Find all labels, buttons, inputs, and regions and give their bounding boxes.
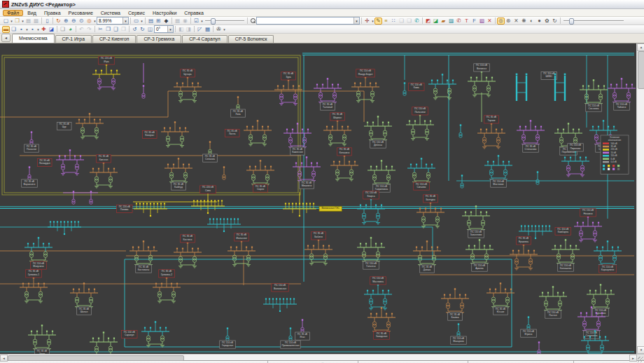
fill-orange-icon[interactable]: ▬ — [2, 26, 10, 33]
table-icon[interactable]: ▦ — [174, 18, 181, 25]
binoculars-icon-dropdown[interactable]: ▾ — [223, 27, 226, 32]
rotate-ccw-icon[interactable]: ↺ — [131, 26, 139, 33]
add-icon[interactable]: ✚ — [40, 26, 48, 33]
menu-item-3[interactable]: Рисование — [65, 10, 97, 16]
horizontal-scrollbar[interactable]: ◄ ► — [0, 354, 644, 360]
print-preview-icon[interactable]: ▯ — [43, 18, 51, 25]
tab-ср-3-гремиха[interactable]: СР-3 Гремиха — [136, 35, 181, 43]
snap-icon[interactable]: ∷ — [390, 18, 398, 25]
zoom-combo-value[interactable]: 8.99% — [97, 18, 122, 23]
menu-item-5[interactable]: Сервис — [125, 10, 148, 16]
zoom-in-icon[interactable]: ⊕ — [62, 18, 70, 25]
route-icon[interactable]: ▰ — [440, 18, 447, 25]
zoom-combo-dropdown[interactable]: ▾ — [122, 18, 128, 24]
mode-freeze-icon[interactable]: ❋ — [520, 18, 528, 25]
scheme-canvas[interactable]: ПС 220 кВИграПС 35 кВЧутырьПС 35 кВЛозаП… — [0, 43, 644, 354]
scale-slider[interactable] — [564, 18, 624, 24]
mnemoscheme-svg[interactable]: ПС 220 кВИграПС 35 кВЧутырьПС 35 кВЛозаП… — [0, 43, 637, 354]
paste-special-icon[interactable]: ❒ — [120, 26, 127, 33]
scroll-up-button[interactable]: ▲ — [637, 43, 644, 51]
save-icon[interactable]: ▦ — [24, 18, 32, 25]
search-input[interactable]: ▾ — [256, 17, 360, 25]
antenna-icon[interactable]: ✢ — [363, 18, 371, 25]
display-icon-dropdown[interactable]: ▾ — [140, 19, 144, 23]
menu-item-7[interactable]: Справка — [181, 10, 206, 16]
zone-icon[interactable]: ▨ — [447, 18, 455, 25]
menu-item-2[interactable]: Правка — [41, 10, 64, 16]
align-left-icon[interactable]: ◧ — [177, 26, 185, 33]
mode-alert-icon[interactable]: ● — [536, 18, 543, 25]
angle-combo-value[interactable]: 0° — [155, 27, 167, 32]
vertical-scrollbar[interactable]: ▲ ▼ — [636, 43, 644, 354]
zoom-actual-icon[interactable]: ⊙ — [78, 18, 85, 25]
text-f-icon[interactable]: F — [470, 18, 478, 25]
scale-slider-thumb[interactable] — [569, 18, 574, 25]
resize-grip[interactable] — [638, 357, 643, 362]
order-up-icon[interactable]: ◸ — [196, 26, 204, 33]
group-icon[interactable]: ❏ — [398, 18, 405, 25]
mode-spin-icon[interactable]: ⊛ — [505, 18, 512, 25]
undo-icon[interactable]: ↶ — [78, 26, 85, 33]
mirror-icon[interactable]: ◫ — [146, 26, 154, 33]
menu-file[interactable]: Файл — [3, 10, 23, 16]
hatch-icon[interactable]: ▧ — [478, 18, 486, 25]
check-icon[interactable]: ☑ — [192, 18, 200, 25]
pencil-icon[interactable]: ✎ — [374, 18, 382, 25]
palette-icon[interactable]: ◕ — [66, 26, 74, 33]
stack-icon[interactable]: ❏ — [10, 26, 18, 33]
horizontal-scroll-thumb[interactable] — [8, 355, 184, 361]
state-green-red-icon[interactable]: ◪ — [432, 18, 440, 25]
zoom-out-icon[interactable]: ⊖ — [70, 18, 78, 25]
scroll-down-button[interactable]: ▼ — [637, 346, 644, 354]
redo-icon[interactable]: ↷ — [85, 26, 93, 33]
mode-refresh-icon[interactable]: ↻ — [551, 18, 559, 25]
menu-item-6[interactable]: Настройки — [149, 10, 180, 16]
mode-gear-icon[interactable]: ✿ — [543, 18, 551, 25]
mode-contrast-icon[interactable]: ◐ — [528, 18, 536, 25]
display-icon[interactable]: ▭ — [132, 18, 140, 25]
matrix-icon[interactable]: ▦ — [204, 26, 211, 33]
windows-icon[interactable]: ⊞ — [155, 18, 162, 25]
text-t-icon[interactable]: T — [463, 18, 470, 25]
phone-icon[interactable]: ✆ — [413, 18, 421, 25]
ungroup-icon[interactable]: ❏ — [405, 18, 413, 25]
shapes-icon[interactable]: ◪ — [48, 26, 55, 33]
search-icon[interactable] — [249, 18, 256, 25]
check-icon-dropdown[interactable]: ▾ — [200, 19, 204, 23]
layers-icon[interactable]: ≡ — [382, 18, 390, 25]
paste-icon[interactable]: ❑ — [112, 26, 120, 33]
tab-мнемосхема[interactable]: Мнемосхема — [12, 34, 55, 43]
menu-item-4[interactable]: Система — [97, 10, 124, 16]
cut-icon[interactable]: ✂ — [97, 26, 104, 33]
angle-combo-dropdown[interactable]: ▾ — [167, 26, 173, 32]
opacity-slider[interactable] — [205, 18, 244, 24]
scroll-right-button[interactable]: ► — [629, 355, 637, 362]
tab-scroll-left-button[interactable]: ◄ — [1, 34, 10, 42]
copy-icon[interactable]: ❐ — [104, 26, 112, 33]
journal-icon[interactable]: ▤ — [147, 18, 155, 25]
open-icon[interactable]: ❐ — [13, 18, 21, 25]
rotate-cw-icon[interactable]: ↻ — [139, 26, 146, 33]
tab-ср-4-сарапул[interactable]: СР-4 Сарапул — [182, 35, 227, 43]
refresh-icon[interactable]: ↻ — [55, 18, 62, 25]
zoom-combo[interactable]: 8.99%▾ — [97, 17, 129, 25]
sub-node2-icon[interactable]: ▪ — [29, 26, 36, 33]
shield-icon[interactable]: ◆ — [162, 18, 170, 25]
save-all-icon[interactable]: ▩ — [32, 18, 40, 25]
cross-icon[interactable]: ✕ — [486, 18, 493, 25]
mode-close-icon[interactable]: ✕ — [512, 18, 520, 25]
opacity-slider-thumb[interactable] — [211, 18, 216, 25]
mode-select-icon[interactable]: ◎ — [497, 18, 505, 25]
zoom-extents-icon[interactable]: ◎ — [85, 18, 93, 25]
state-red-green-icon[interactable]: ◩ — [424, 18, 432, 25]
tab-ср-2-киенгоп[interactable]: СР-2 Киенгоп — [92, 35, 136, 43]
menu-item-1[interactable]: Вид — [24, 10, 40, 16]
call-red-icon[interactable]: ✆ — [455, 18, 463, 25]
binoculars-icon[interactable]: ✇ — [215, 26, 223, 33]
tab-ср-1-игра[interactable]: СР-1 Игра — [55, 35, 92, 43]
tab-ср-5-воткинск[interactable]: СР-5 Воткинск — [228, 35, 274, 43]
angle-combo[interactable]: 0°▾ — [154, 25, 174, 33]
sub-node-icon[interactable]: ▪ — [18, 26, 25, 33]
scroll-left-button[interactable]: ◄ — [0, 355, 8, 362]
align-top-icon[interactable]: ◨ — [185, 26, 192, 33]
